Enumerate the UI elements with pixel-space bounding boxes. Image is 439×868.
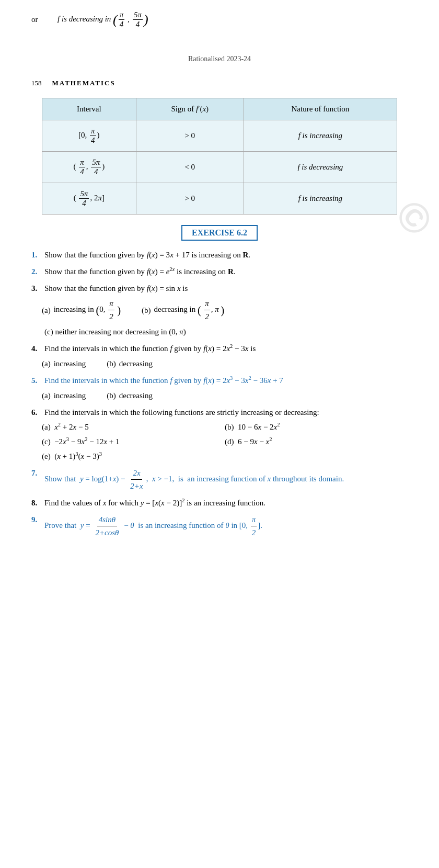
page-subject: MATHEMATICS <box>52 79 115 87</box>
ex-item-row-3: 3. Show that the function given by f(x) … <box>31 282 408 295</box>
top-section: or f is decreasing in ( π 4 , 5π 4 ) <box>0 0 439 39</box>
paren-l: ( <box>96 305 99 316</box>
ex-3b: (b) decreasing in ( π 2 , π ) <box>142 297 224 323</box>
col-nature: Nature of function <box>244 98 397 120</box>
ex-text-7: Show that y = log(1+x) − 2x 2+x , x > −1… <box>44 467 408 492</box>
ex-text-8: Find the values of x for which y = [x(x … <box>44 497 408 509</box>
table-wrapper: Interval Sign of f′(x) Nature of functio… <box>0 98 439 215</box>
ex-text-2: Show that the function given by f(x) = e… <box>44 265 408 278</box>
col-sign: Sign of f′(x) <box>136 98 244 120</box>
ex-num-2: 2. <box>31 265 44 278</box>
fraction-pi4: π 4 , 5π 4 <box>118 10 144 29</box>
ex-4a: (a) increasing <box>42 357 86 370</box>
pi-over-4-frac: π 4 <box>119 10 125 29</box>
ex-text-3: Show that the function given by f(x) = s… <box>44 282 408 295</box>
ex-6d: (d) 6 − 9x − x2 <box>225 435 408 448</box>
4sin-frac: 4sinθ 2+cosθ <box>94 513 120 539</box>
ex-item-row-9: 9. Prove that y = 4sinθ 2+cosθ − θ is an… <box>31 513 408 539</box>
ex-num-1: 1. <box>31 249 44 261</box>
2x-frac: 2x 2+x <box>129 467 144 492</box>
exercise-title: EXERCISE 6.2 <box>181 225 258 241</box>
5pi-num: 5π <box>133 10 143 20</box>
ex-6a: (a) x2 + 2x − 5 <box>42 421 225 433</box>
cell-nature-2: f is decreasing <box>244 152 397 183</box>
ex-item-row-5: 5. Find the intervals in which the funct… <box>31 374 408 387</box>
ex-item-row-7: 7. Show that y = log(1+x) − 2x 2+x , x >… <box>31 467 408 492</box>
ex-4-subitems: (a) increasing (b) decreasing <box>42 357 408 370</box>
exercise-item-2: 2. Show that the function given by f(x) … <box>31 265 408 278</box>
5pi-over-4-frac: 5π 4 <box>133 10 143 29</box>
cell-sign-3: > 0 <box>136 183 244 215</box>
table-row: [0, π 4 ) > 0 f is increasing <box>42 120 397 152</box>
ex-item-row-6: 6. Find the intervals in which the follo… <box>31 406 408 419</box>
ex-6-empty <box>225 450 408 463</box>
paren-r2: ) <box>221 305 225 316</box>
cell-nature-1: f is increasing <box>244 120 397 152</box>
decreasing-expr: f is decreasing in ( π 4 , 5π 4 ) <box>57 10 148 29</box>
cell-interval-1: [0, π 4 ) <box>42 120 136 152</box>
exercise-item-8: 8. Find the values of x for which y = [x… <box>31 497 408 509</box>
ex-5a-label: (a) <box>42 389 51 402</box>
ex-6c: (c) −2x3 − 9x2 − 12x + 1 <box>42 435 225 448</box>
col-interval: Interval <box>42 98 136 120</box>
ex-text-9: Prove that y = 4sinθ 2+cosθ − θ is an in… <box>44 513 408 539</box>
pi-2-frac-9: π 2 <box>251 513 257 539</box>
cell-nature-3: f is increasing <box>244 183 397 215</box>
ex-text-4: Find the intervals in which the function… <box>44 342 408 355</box>
table-row: ( 5π 4 , 2π] > 0 f is increasing <box>42 183 397 215</box>
exercise-item-1: 1. Show that the function given by f(x) … <box>31 249 408 261</box>
ex-item-row-4: 4. Find the intervals in which the funct… <box>31 342 408 355</box>
exercise-item-5: 5. Find the intervals in which the funct… <box>31 374 408 402</box>
cell-sign-1: > 0 <box>136 120 244 152</box>
comma: , <box>128 15 130 24</box>
exercise-content: 1. Show that the function given by f(x) … <box>0 249 439 539</box>
pi-num: π <box>119 10 125 20</box>
ex-3a-label: (a) <box>42 304 51 317</box>
paren-l2: ( <box>198 305 201 316</box>
exercise-item-4: 4. Find the intervals in which the funct… <box>31 342 408 370</box>
ex-5a: (a) increasing <box>42 389 86 402</box>
ex-3b-label: (b) <box>142 304 151 317</box>
5pi-4-frac-r2: 5π 4 <box>91 158 101 176</box>
exercise-header: EXERCISE 6.2 <box>0 225 439 241</box>
pi-4-frac-r2: π 4 <box>79 158 85 176</box>
ex-5b: (b) decreasing <box>107 389 153 402</box>
or-line: or f is decreasing in ( π 4 , 5π 4 ) <box>31 10 408 29</box>
ex-3-subitems: (a) increasing in (0, π 2 ) (b) decre <box>42 297 408 323</box>
ex-num-5: 5. <box>31 374 44 387</box>
ex-num-6: 6. <box>31 406 44 419</box>
cell-interval-2: ( π 4 , 5π 4 ) <box>42 152 136 183</box>
ex-3a: (a) increasing in (0, π 2 ) <box>42 297 121 323</box>
ex-item-row-1: 1. Show that the function given by f(x) … <box>31 249 408 261</box>
interval-table: Interval Sign of f′(x) Nature of functio… <box>42 98 397 215</box>
ex-num-9: 9. <box>31 513 44 526</box>
rationalised-text: Rationalised 2023-24 <box>0 55 439 63</box>
ex-4a-label: (a) <box>42 357 51 370</box>
table-row: ( π 4 , 5π 4 ) < 0 f is decreasing <box>42 152 397 183</box>
page-header: 158 MATHEMATICS <box>0 74 439 93</box>
ex-5-subitems: (a) increasing (b) decreasing <box>42 389 408 402</box>
or-label: or <box>31 15 47 24</box>
pi-2-frac2: π 2 <box>204 297 210 323</box>
ex-5b-label: (b) <box>107 389 116 402</box>
ex-item-row-8: 8. Find the values of x for which y = [x… <box>31 497 408 509</box>
cell-sign-2: < 0 <box>136 152 244 183</box>
ex-num-3: 3. <box>31 282 44 295</box>
page-number: 158 <box>31 79 42 87</box>
left-big-paren: ( <box>113 12 118 27</box>
right-big-paren: ) <box>144 12 148 27</box>
pi-4-frac-r1: π 4 <box>90 127 96 145</box>
ex-4a-text: increasing <box>54 357 86 370</box>
ex-4b-text: decreasing <box>119 357 153 370</box>
paren-r: ) <box>117 305 121 316</box>
ex-num-8: 8. <box>31 497 44 509</box>
exercise-item-6: 6. Find the intervals in which the follo… <box>31 406 408 463</box>
ex-5a-text: increasing <box>54 389 86 402</box>
ex-4b: (b) decreasing <box>107 357 153 370</box>
page: or f is decreasing in ( π 4 , 5π 4 ) Rat… <box>0 0 439 868</box>
cell-interval-3: ( 5π 4 , 2π] <box>42 183 136 215</box>
ex-6-grid: (a) x2 + 2x − 5 (b) 10 − 6x − 2x2 (c) −2… <box>42 421 408 463</box>
5pi-den: 4 <box>135 20 141 29</box>
ex-4b-label: (b) <box>107 357 116 370</box>
exercise-item-9: 9. Prove that y = 4sinθ 2+cosθ − θ is an… <box>31 513 408 539</box>
